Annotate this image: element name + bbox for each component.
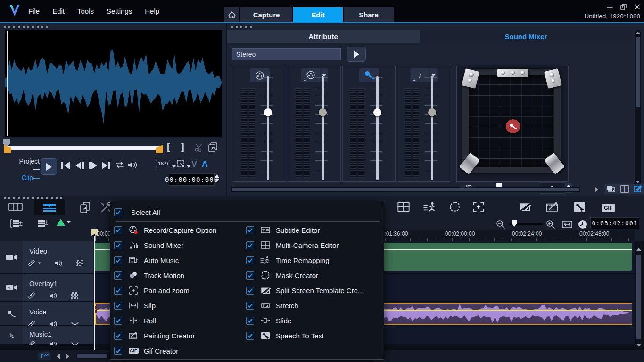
menu-file[interactable]: File: [28, 7, 40, 15]
restore-button[interactable]: [620, 4, 627, 10]
fit-project-icon[interactable]: [562, 221, 572, 228]
menu-item-time-remapping[interactable]: Time Remapping: [246, 254, 330, 266]
timeline-zoom-knob[interactable]: [512, 220, 517, 227]
overlay-track-type-cell[interactable]: 1: [0, 274, 23, 301]
checkbox-checked[interactable]: [246, 317, 254, 325]
storyboard-view-icon[interactable]: [8, 201, 23, 213]
aspect-ratio-button[interactable]: 16:9: [156, 160, 170, 167]
volume-slider-knob[interactable]: [373, 108, 381, 116]
track-manager-icon[interactable]: [10, 219, 23, 228]
repeat-icon[interactable]: [115, 161, 124, 169]
gif-creator-icon[interactable]: GIF: [602, 203, 615, 212]
track-mute-toggle[interactable]: [49, 341, 58, 346]
menu-edit[interactable]: Edit: [52, 7, 65, 15]
zoom-out-icon[interactable]: [496, 220, 505, 229]
add-track-icon[interactable]: [37, 219, 48, 228]
volume-slider[interactable]: [322, 76, 324, 180]
library-panel-icon[interactable]: [606, 185, 616, 193]
menu-item-mask-creator[interactable]: Mask Creator: [246, 269, 318, 281]
panel-expand-arrow-icon[interactable]: [595, 187, 598, 192]
track-transparency-toggle[interactable]: [76, 260, 83, 266]
multicam-editor-icon[interactable]: [397, 201, 410, 213]
voice-track-type-cell[interactable]: [0, 302, 23, 325]
aspect-ratio-dropdown-icon[interactable]: [172, 165, 176, 168]
mixer-play-button[interactable]: [347, 47, 366, 62]
zoom-in-icon[interactable]: [546, 220, 555, 229]
mark-in-button[interactable]: [: [167, 142, 170, 153]
home-tab[interactable]: [224, 7, 239, 22]
music-track-header[interactable]: ♪ 1 Music1: [0, 326, 93, 345]
timeline-vertical-scrollbar[interactable]: [636, 241, 642, 350]
player-timecode[interactable]: 00:00:00:000: [169, 173, 215, 186]
painting-creator-icon[interactable]: [546, 201, 559, 213]
checkbox-checked[interactable]: [246, 332, 254, 340]
previous-frame-button[interactable]: [75, 161, 84, 170]
checkbox-checked[interactable]: [246, 287, 254, 295]
checkbox-checked[interactable]: [114, 302, 122, 310]
checkbox-checked[interactable]: [246, 272, 254, 280]
split-clip-scissors-icon[interactable]: [194, 142, 205, 153]
project-mode-label[interactable]: Project—: [13, 157, 40, 173]
checkbox-checked[interactable]: [114, 208, 122, 216]
menu-item-sound-mixer[interactable]: Sound Mixer: [114, 239, 183, 251]
link-toggle[interactable]: [27, 340, 36, 345]
link-toggle[interactable]: [27, 320, 36, 326]
edit-options-icon[interactable]: [634, 185, 642, 193]
track-transparency-toggle[interactable]: [71, 292, 78, 299]
voice-track-header[interactable]: Voice: [0, 302, 93, 326]
track-ducking-toggle[interactable]: [71, 321, 79, 326]
enlarge-preview-icon[interactable]: [208, 142, 218, 152]
menu-help[interactable]: Help: [145, 7, 159, 15]
tab-attribute[interactable]: Attribute: [227, 30, 420, 43]
video-track-header[interactable]: Video: [0, 241, 93, 274]
tab-share[interactable]: Share: [344, 7, 394, 22]
tab-sound-mixer[interactable]: Sound Mixer: [420, 30, 632, 43]
ripple-edit-toggle[interactable]: [57, 219, 71, 226]
menu-item-pan-zoom[interactable]: Pan and zoom: [114, 284, 190, 296]
checkbox-checked[interactable]: [246, 226, 254, 234]
checkbox-checked[interactable]: [114, 287, 122, 295]
checkbox-checked[interactable]: [114, 332, 122, 340]
next-frame-button[interactable]: [89, 161, 97, 170]
go-to-start-button[interactable]: [61, 161, 70, 170]
pan-position-puck[interactable]: [506, 119, 520, 133]
checkbox-checked[interactable]: [114, 226, 122, 234]
menu-item-split-screen-template[interactable]: Split Screen Template Cre...: [246, 284, 363, 296]
video-toggle[interactable]: V: [191, 159, 197, 169]
speech-to-text-icon[interactable]: [573, 201, 586, 213]
copy-icon[interactable]: [79, 201, 91, 214]
track-ducking-toggle[interactable]: [71, 341, 79, 345]
audio-mode-select[interactable]: Stereo: [232, 48, 341, 60]
minimize-button[interactable]: [607, 4, 613, 10]
clip-mode-label[interactable]: Clip—: [13, 174, 40, 181]
timeline-view-button[interactable]: [34, 199, 65, 215]
menu-item-painting-creator[interactable]: Painting Creator: [114, 329, 195, 342]
checkbox-checked[interactable]: [246, 241, 254, 249]
tab-capture[interactable]: Capture: [240, 7, 292, 22]
split-screen-template-icon[interactable]: [519, 201, 531, 213]
timeline-playhead[interactable]: [94, 236, 95, 350]
menu-item-gif-creator[interactable]: GIF Gif Creator: [114, 345, 178, 357]
menu-item-record-capture[interactable]: Record/Capture Option: [114, 224, 216, 236]
track-mute-toggle[interactable]: [49, 321, 58, 327]
menu-item-select-all[interactable]: Select All: [114, 206, 160, 218]
checkbox-checked[interactable]: [114, 241, 122, 249]
checkbox-checked[interactable]: [114, 256, 122, 264]
go-to-end-button[interactable]: [102, 161, 110, 170]
options-horizontal-scrollbar[interactable]: [231, 187, 580, 192]
volume-icon[interactable]: [127, 161, 138, 169]
dual-view-icon[interactable]: [620, 185, 629, 193]
overlay-track-header[interactable]: 1 Overlay1: [0, 274, 93, 302]
checkbox-checked[interactable]: [114, 347, 122, 355]
menu-item-slip[interactable]: Slip: [114, 299, 156, 312]
timecode-spinner[interactable]: [215, 174, 219, 182]
pan-zoom-icon[interactable]: [472, 201, 485, 213]
panel-drag-handle[interactable]: [4, 26, 48, 28]
volume-slider-knob[interactable]: [428, 108, 436, 116]
tab-edit[interactable]: Edit: [293, 7, 343, 22]
track-mute-toggle[interactable]: [54, 260, 63, 267]
link-toggle[interactable]: [27, 292, 36, 299]
subtitle-track-button[interactable]: [38, 352, 51, 360]
selection-tool-dropdown-icon[interactable]: [187, 165, 190, 168]
close-button[interactable]: [634, 4, 640, 10]
